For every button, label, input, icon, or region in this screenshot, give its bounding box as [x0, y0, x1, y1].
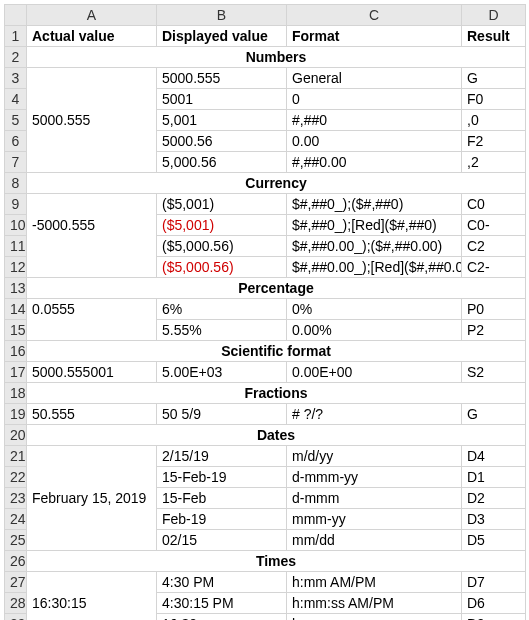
cell-actual[interactable]: -5000.555 — [27, 215, 157, 236]
cell[interactable]: 2/15/19 — [157, 446, 287, 467]
row-header[interactable]: 29 — [5, 614, 27, 621]
col-header-d[interactable]: D — [462, 5, 526, 26]
cell[interactable]: 0.00E+00 — [287, 362, 462, 383]
cell[interactable]: 0.00 — [287, 131, 462, 152]
cell[interactable]: 0% — [287, 299, 462, 320]
row-header[interactable]: 1 — [5, 26, 27, 47]
cell[interactable]: #,##0.00 — [287, 152, 462, 173]
cell[interactable]: F0 — [462, 89, 526, 110]
section-title[interactable]: Percentage — [27, 278, 526, 299]
cell[interactable]: D4 — [462, 446, 526, 467]
cell[interactable]: 5001 — [157, 89, 287, 110]
cell-actual[interactable] — [27, 572, 157, 593]
row-header[interactable]: 13 — [5, 278, 27, 299]
row-header[interactable]: 17 — [5, 362, 27, 383]
cell[interactable]: ($5,000.56) — [157, 236, 287, 257]
cell[interactable]: d-mmm — [287, 488, 462, 509]
cell[interactable]: 5000.555 — [157, 68, 287, 89]
row-header[interactable]: 20 — [5, 425, 27, 446]
col-header-c[interactable]: C — [287, 5, 462, 26]
cell[interactable]: General — [287, 68, 462, 89]
cell-actual[interactable] — [27, 509, 157, 530]
cell[interactable]: D2 — [462, 488, 526, 509]
cell[interactable]: D6 — [462, 593, 526, 614]
cell-actual[interactable] — [27, 152, 157, 173]
cell[interactable]: ($5,000.56) — [157, 257, 287, 278]
row-header[interactable]: 16 — [5, 341, 27, 362]
cell[interactable]: ($5,001) — [157, 194, 287, 215]
cell-actual[interactable] — [27, 446, 157, 467]
cell[interactable]: Result — [462, 26, 526, 47]
row-header[interactable]: 2 — [5, 47, 27, 68]
section-title[interactable]: Scientific format — [27, 341, 526, 362]
cell-actual[interactable] — [27, 194, 157, 215]
cell[interactable]: 6% — [157, 299, 287, 320]
row-header[interactable]: 27 — [5, 572, 27, 593]
cell-actual[interactable] — [27, 614, 157, 621]
cell[interactable]: G — [462, 68, 526, 89]
section-title[interactable]: Dates — [27, 425, 526, 446]
row-header[interactable]: 19 — [5, 404, 27, 425]
cell-actual[interactable]: 50.555 — [27, 404, 157, 425]
cell-actual[interactable] — [27, 467, 157, 488]
cell[interactable]: Displayed value — [157, 26, 287, 47]
section-title[interactable]: Fractions — [27, 383, 526, 404]
cell[interactable]: mmm-yy — [287, 509, 462, 530]
cell[interactable]: 5.55% — [157, 320, 287, 341]
cell[interactable]: G — [462, 404, 526, 425]
row-header[interactable]: 25 — [5, 530, 27, 551]
cell[interactable]: 15-Feb — [157, 488, 287, 509]
cell-actual[interactable]: 5000.555001 — [27, 362, 157, 383]
cell[interactable]: 0 — [287, 89, 462, 110]
cell[interactable]: D9 — [462, 614, 526, 621]
cell-actual[interactable] — [27, 89, 157, 110]
cell-actual[interactable]: 16:30:15 — [27, 593, 157, 614]
cell[interactable]: F2 — [462, 131, 526, 152]
row-header[interactable]: 18 — [5, 383, 27, 404]
cell[interactable]: C2- — [462, 257, 526, 278]
cell[interactable]: h:mm — [287, 614, 462, 621]
cell[interactable]: 5,000.56 — [157, 152, 287, 173]
cell[interactable]: C0 — [462, 194, 526, 215]
cell[interactable]: D3 — [462, 509, 526, 530]
row-header[interactable]: 12 — [5, 257, 27, 278]
row-header[interactable]: 10 — [5, 215, 27, 236]
cell[interactable]: $#,##0_);($#,##0) — [287, 194, 462, 215]
row-header[interactable]: 24 — [5, 509, 27, 530]
cell[interactable]: ,2 — [462, 152, 526, 173]
cell[interactable]: d-mmm-yy — [287, 467, 462, 488]
row-header[interactable]: 3 — [5, 68, 27, 89]
spreadsheet-grid[interactable]: A B C D 1 Actual value Displayed value F… — [4, 4, 526, 620]
cell[interactable]: 4:30:15 PM — [157, 593, 287, 614]
cell[interactable]: P0 — [462, 299, 526, 320]
cell[interactable]: 50 5/9 — [157, 404, 287, 425]
cell[interactable]: 5,001 — [157, 110, 287, 131]
row-header[interactable]: 11 — [5, 236, 27, 257]
cell[interactable]: h:mm:ss AM/PM — [287, 593, 462, 614]
cell-actual[interactable] — [27, 131, 157, 152]
cell[interactable]: Actual value — [27, 26, 157, 47]
cell[interactable]: D1 — [462, 467, 526, 488]
cell-actual[interactable] — [27, 68, 157, 89]
cell[interactable]: $#,##0.00_);($#,##0.00) — [287, 236, 462, 257]
row-header[interactable]: 26 — [5, 551, 27, 572]
cell-actual[interactable] — [27, 257, 157, 278]
row-header[interactable]: 4 — [5, 89, 27, 110]
cell[interactable]: 16:30 — [157, 614, 287, 621]
cell[interactable]: 0.00% — [287, 320, 462, 341]
row-header[interactable]: 6 — [5, 131, 27, 152]
cell-actual[interactable] — [27, 320, 157, 341]
cell[interactable]: S2 — [462, 362, 526, 383]
cell[interactable]: C2 — [462, 236, 526, 257]
row-header[interactable]: 5 — [5, 110, 27, 131]
cell-actual[interactable] — [27, 530, 157, 551]
section-title[interactable]: Times — [27, 551, 526, 572]
cell[interactable]: P2 — [462, 320, 526, 341]
cell[interactable]: 02/15 — [157, 530, 287, 551]
row-header[interactable]: 7 — [5, 152, 27, 173]
row-header[interactable]: 22 — [5, 467, 27, 488]
cell-actual[interactable]: 0.0555 — [27, 299, 157, 320]
cell[interactable]: ,0 — [462, 110, 526, 131]
cell[interactable]: D5 — [462, 530, 526, 551]
cell[interactable]: 5.00E+03 — [157, 362, 287, 383]
